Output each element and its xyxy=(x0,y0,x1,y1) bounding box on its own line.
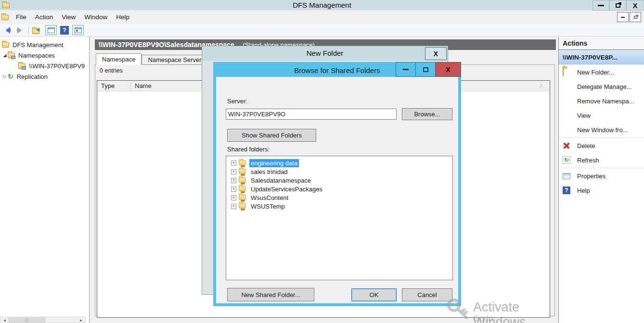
ok-button[interactable]: OK xyxy=(351,288,397,301)
action-delete[interactable]: Delete xyxy=(559,138,644,153)
new-shared-folder-button[interactable]: New Shared Folder... xyxy=(227,288,314,301)
tab-namespace-servers[interactable]: Namespace Servers xyxy=(142,55,211,65)
shared-folder-name[interactable]: engineering data xyxy=(249,159,299,167)
tree-item-replication[interactable]: ▷ ↻ Replication xyxy=(0,71,90,82)
restore-button[interactable] xyxy=(609,0,626,11)
shared-folder-row[interactable]: + Salesdatanamespace xyxy=(226,176,452,185)
expanded-twisty-icon[interactable]: ◢ xyxy=(2,53,8,58)
expand-plus-icon[interactable]: + xyxy=(231,161,236,166)
browse-close-button[interactable]: X xyxy=(436,62,461,77)
tree-horizontal-scrollbar[interactable]: ◂ ||| ▸ xyxy=(0,317,86,323)
menu-action[interactable]: Action xyxy=(31,12,58,23)
actions-context-title[interactable]: \\WIN-37P0VE8P... xyxy=(559,50,644,65)
namespace-server-icon xyxy=(18,63,26,69)
tree-item-dfs-management[interactable]: DFS Management xyxy=(0,39,90,50)
action-pane-icon xyxy=(75,27,82,33)
action-remove-namespace[interactable]: Remove Namespa... xyxy=(559,94,644,108)
help-icon: ? xyxy=(563,186,570,194)
shared-folder-row[interactable]: + WSUSTemp xyxy=(226,202,452,211)
expand-plus-icon[interactable]: + xyxy=(231,195,236,200)
shared-folder-icon xyxy=(239,160,245,165)
expand-plus-icon[interactable]: + xyxy=(231,186,236,192)
show-shared-folders-button[interactable]: Show Shared Folders xyxy=(227,129,316,142)
show-console-tree-button[interactable] xyxy=(45,25,57,35)
shared-folder-icon xyxy=(239,203,245,208)
shared-folder-row[interactable]: + UpdateServicesPackages xyxy=(226,185,452,193)
close-icon: X xyxy=(434,50,438,58)
action-properties[interactable]: Properties xyxy=(559,169,644,183)
mdi-restore-icon xyxy=(634,16,637,19)
collapsed-twisty-icon[interactable]: ▷ xyxy=(2,74,8,79)
menu-file[interactable]: File xyxy=(12,12,31,23)
shared-folder-name[interactable]: WsusContent xyxy=(249,194,290,202)
close-button[interactable]: X xyxy=(626,0,644,11)
actions-header: Actions xyxy=(559,37,644,50)
help-toolbar-icon[interactable]: ? xyxy=(60,26,69,35)
scroll-right-icon[interactable]: ▸ xyxy=(77,317,85,323)
column-header-type[interactable]: Type xyxy=(97,82,131,90)
browse-maximize-button[interactable] xyxy=(416,62,436,77)
menubar: File Action View Window Help xyxy=(0,11,644,24)
tree-item-namespace-server[interactable]: \\WIN-37P0VE8PV9 xyxy=(0,61,90,71)
properties-icon xyxy=(563,173,570,179)
maximize-icon xyxy=(423,67,428,72)
menu-view[interactable]: View xyxy=(57,12,80,23)
menu-window[interactable]: Window xyxy=(80,12,112,23)
shared-folder-name[interactable]: WSUSTemp xyxy=(249,202,286,211)
entries-count: 0 entries xyxy=(100,67,123,74)
scrollbar-thumb[interactable]: ||| xyxy=(9,317,45,323)
namespaces-icon xyxy=(8,53,15,58)
scrollbar-track[interactable] xyxy=(45,317,77,323)
shared-folder-row[interactable]: + WsusContent xyxy=(226,193,452,202)
expand-plus-icon[interactable]: + xyxy=(231,169,236,174)
browse-button[interactable]: Browse... xyxy=(402,108,452,120)
menu-help[interactable]: Help xyxy=(112,12,134,23)
expand-plus-icon[interactable]: + xyxy=(231,204,236,209)
new-folder-close-button[interactable]: X xyxy=(425,47,447,60)
mdi-minimize-button[interactable] xyxy=(617,12,629,22)
tree-item-namespaces[interactable]: ◢ Namespaces xyxy=(0,50,90,61)
shared-folder-name[interactable]: UpdateServicesPackages xyxy=(249,185,324,193)
new-folder-icon xyxy=(563,68,564,76)
browse-dialog-body: Server: Browse... Show Shared Folders Sh… xyxy=(216,76,458,303)
server-input[interactable] xyxy=(226,109,397,120)
refresh-icon: ↻ xyxy=(563,156,570,164)
dfs-management-window: DFS Management X File Action View Window… xyxy=(0,0,644,323)
mdi-minimize-icon xyxy=(621,17,625,18)
expand-plus-icon[interactable]: + xyxy=(231,178,236,183)
shared-folder-icon xyxy=(239,177,245,182)
actions-separator xyxy=(559,137,644,138)
mdi-restore-button[interactable] xyxy=(630,12,641,22)
console-tree-icon xyxy=(48,27,55,33)
shared-folders-list[interactable]: + engineering data + sales trinidad + Sa… xyxy=(226,156,453,280)
shared-folder-row[interactable]: + engineering data xyxy=(226,159,452,167)
mdi-child-icon xyxy=(1,15,9,20)
action-new-folder[interactable]: New Folder... xyxy=(559,65,644,79)
export-list-icon[interactable] xyxy=(32,26,42,34)
shared-folder-icon xyxy=(239,195,245,199)
minimize-button[interactable] xyxy=(592,0,609,11)
restore-icon xyxy=(616,3,620,8)
action-view[interactable]: View xyxy=(559,108,644,123)
browse-shared-folders-dialog: Browse for Shared Folders X Server: Brow… xyxy=(213,62,461,306)
close-icon: X xyxy=(446,66,450,74)
filter-icon[interactable]: / xyxy=(540,83,550,89)
shared-folder-row[interactable]: + sales trinidad xyxy=(226,167,452,176)
action-help[interactable]: ? Help xyxy=(559,183,644,198)
back-icon[interactable] xyxy=(2,27,12,34)
tab-namespace[interactable]: Namespace xyxy=(96,53,142,65)
action-delegate[interactable]: Delegate Manage... xyxy=(559,79,644,94)
scroll-left-icon[interactable]: ◂ xyxy=(0,317,9,323)
shared-folder-name[interactable]: Salesdatanamespace xyxy=(249,176,312,185)
forward-icon[interactable] xyxy=(15,27,25,34)
action-new-window[interactable]: New Window fro... xyxy=(559,123,644,137)
minimize-icon xyxy=(598,5,604,6)
browse-minimize-button[interactable] xyxy=(396,62,416,77)
shared-folder-name[interactable]: sales trinidad xyxy=(249,168,289,176)
action-refresh[interactable]: ↻ Refresh xyxy=(559,153,644,167)
new-folder-title: New Folder xyxy=(202,46,448,61)
cancel-button[interactable]: Cancel xyxy=(402,288,452,301)
show-action-pane-button[interactable] xyxy=(72,25,84,35)
console-tree-pane: DFS Management ◢ Namespaces \\WIN-37P0VE… xyxy=(0,37,90,323)
toolbar-separator xyxy=(28,26,29,35)
